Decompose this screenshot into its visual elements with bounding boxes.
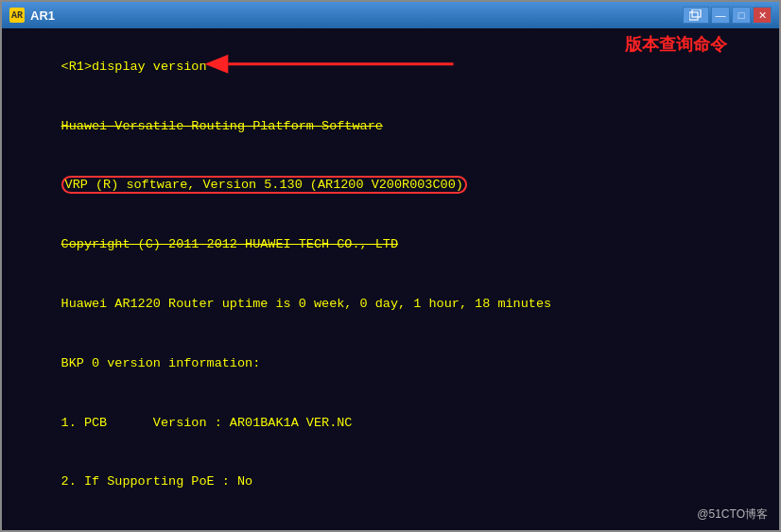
titlebar: AR AR1 — □ ✕: [2, 2, 779, 28]
terminal-line-7: 1. PCB Version : AR01BAK1A VER.NC: [61, 416, 353, 430]
terminal-line-3: VRP (R) software, Version 5.130 (AR1200 …: [61, 176, 467, 194]
window-controls: — □ ✕: [683, 7, 772, 24]
terminal-line-8: 2. If Supporting PoE : No: [61, 474, 253, 489]
minimize-button[interactable]: —: [711, 7, 730, 24]
terminal-line-1: <R1>display version: [61, 60, 207, 74]
close-button[interactable]: ✕: [753, 7, 772, 24]
terminal-line-4: Copyright (C) 2011-2012 HUAWEI TECH CO.,…: [61, 237, 398, 251]
terminal-output: <R1>display version Huawei Versatile Rou…: [15, 38, 766, 530]
terminal-area[interactable]: <R1>display version Huawei Versatile Rou…: [2, 28, 779, 530]
maximize-button[interactable]: □: [732, 7, 751, 24]
main-window: AR AR1 — □ ✕ <R1>display version Huawei …: [0, 0, 781, 532]
window-icon: AR: [9, 8, 25, 23]
restore-button[interactable]: [683, 7, 709, 24]
vrp-highlight: VRP (R) software, Version 5.130 (AR1200 …: [61, 176, 467, 194]
svg-rect-1: [692, 9, 701, 17]
chinese-annotation-label: 版本查询命令: [625, 33, 727, 56]
terminal-line-6: BKP 0 version information:: [61, 356, 261, 370]
window-title: AR1: [30, 9, 683, 23]
svg-rect-0: [689, 12, 698, 20]
terminal-line-2: Huawei Versatile Routing Platform Softwa…: [61, 119, 383, 133]
terminal-line-5: Huawei AR1220 Router uptime is 0 week, 0…: [61, 297, 551, 311]
watermark-text: @51CTO博客: [697, 506, 768, 523]
